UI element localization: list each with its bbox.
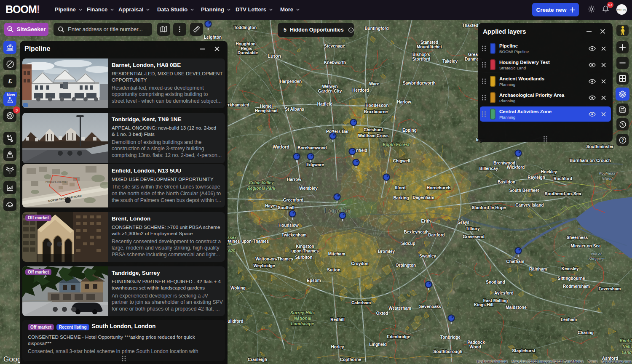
svg-text:Swanley: Swanley bbox=[419, 254, 436, 258]
svg-text:Southend-on-Sea: Southend-on-Sea bbox=[545, 191, 581, 196]
svg-text:Bishop's: Bishop's bbox=[412, 52, 430, 57]
svg-text:Lands: Lands bbox=[621, 350, 632, 355]
svg-text:Horley: Horley bbox=[331, 345, 344, 349]
svg-text:Wickford: Wickford bbox=[507, 165, 525, 170]
svg-text:Stortford: Stortford bbox=[412, 57, 431, 61]
svg-text:Wembley: Wembley bbox=[299, 186, 318, 191]
svg-text:Luton: Luton bbox=[268, 53, 281, 58]
svg-text:Southminster: Southminster bbox=[586, 144, 614, 149]
svg-text:Tonbridge: Tonbridge bbox=[440, 335, 461, 340]
svg-text:Aylesford: Aylesford bbox=[494, 291, 514, 295]
svg-text:Chatham: Chatham bbox=[506, 259, 525, 264]
svg-text:Redhill: Redhill bbox=[330, 317, 345, 322]
svg-text:Epping: Epping bbox=[402, 128, 417, 133]
svg-text:Hornchurch: Hornchurch bbox=[427, 186, 451, 190]
svg-text:Minster on Sea: Minster on Sea bbox=[570, 244, 601, 248]
svg-text:Harrow: Harrow bbox=[287, 177, 302, 182]
svg-text:Sawbridgeworth: Sawbridgeworth bbox=[403, 81, 436, 85]
svg-text:Hertford: Hertford bbox=[352, 88, 369, 93]
svg-text:Rochford: Rochford bbox=[554, 176, 572, 181]
svg-text:Ware: Ware bbox=[369, 82, 380, 86]
svg-text:St Albans: St Albans bbox=[285, 107, 304, 112]
svg-text:Lenham: Lenham bbox=[561, 317, 577, 322]
svg-text:Kent D: Kent D bbox=[620, 338, 632, 343]
svg-text:Wood: Wood bbox=[469, 345, 481, 349]
svg-text:Croydon: Croydon bbox=[351, 261, 368, 266]
svg-text:Tilbury: Tilbury bbox=[466, 226, 480, 231]
svg-text:Hoddesdon: Hoddesdon bbox=[366, 103, 389, 108]
svg-text:Sevenoaks: Sevenoaks bbox=[419, 304, 442, 309]
svg-text:Rayleigh: Rayleigh bbox=[528, 175, 545, 180]
svg-text:Woking: Woking bbox=[230, 286, 246, 290]
svg-text:Great: Great bbox=[468, 52, 479, 57]
svg-text:Bromley: Bromley bbox=[378, 249, 395, 254]
svg-text:Isle of: Isle of bbox=[591, 252, 602, 256]
svg-text:Watford: Watford bbox=[273, 144, 289, 149]
svg-text:upon Thames: upon Thames bbox=[291, 249, 319, 253]
svg-text:Takeley: Takeley bbox=[442, 59, 458, 64]
svg-text:Island: Island bbox=[602, 176, 613, 181]
svg-text:Surrey Hills: Surrey Hills bbox=[290, 310, 315, 315]
svg-text:Welwyn: Welwyn bbox=[322, 84, 337, 89]
svg-text:Greenford: Greenford bbox=[283, 198, 303, 202]
svg-text:Buntingford: Buntingford bbox=[364, 26, 388, 31]
svg-text:Snodland: Snodland bbox=[486, 280, 505, 284]
svg-text:Mitcham: Mitcham bbox=[328, 252, 345, 256]
svg-text:South Benfleet: South Benfleet bbox=[509, 188, 539, 193]
svg-text:Surbiton: Surbiton bbox=[295, 255, 312, 260]
svg-text:Waltham Cross: Waltham Cross bbox=[358, 133, 389, 138]
svg-text:Westerham: Westerham bbox=[388, 306, 411, 311]
svg-text:Southall: Southall bbox=[278, 205, 295, 210]
svg-text:Hempstead: Hempstead bbox=[255, 109, 278, 113]
svg-text:Epsom: Epsom bbox=[307, 278, 321, 283]
svg-text:Kings Hill: Kings Hill bbox=[474, 303, 493, 307]
svg-text:Edenbridge: Edenbridge bbox=[387, 335, 410, 339]
svg-text:Orpington: Orpington bbox=[396, 263, 416, 268]
svg-text:Kingston: Kingston bbox=[296, 244, 314, 249]
svg-text:Kemsley: Kemsley bbox=[561, 266, 579, 271]
svg-text:Colne Valley: Colne Valley bbox=[249, 181, 274, 185]
svg-text:Rodmersham: Rodmersham bbox=[563, 284, 590, 289]
svg-text:Walton-on-Thames: Walton-on-Thames bbox=[255, 257, 293, 261]
svg-text:Grays: Grays bbox=[458, 220, 470, 225]
svg-text:Sittingbourne: Sittingbourne bbox=[558, 276, 585, 281]
svg-text:Ilford: Ilford bbox=[395, 186, 406, 190]
svg-text:Leighton: Leighton bbox=[204, 35, 222, 40]
svg-text:London: London bbox=[324, 207, 351, 214]
svg-text:Borehamwood: Borehamwood bbox=[297, 146, 327, 150]
svg-text:National: National bbox=[294, 316, 312, 321]
svg-text:ns: ns bbox=[227, 242, 232, 246]
svg-text:Southborough: Southborough bbox=[434, 349, 463, 354]
svg-text:£: £ bbox=[8, 77, 12, 85]
svg-text:Oxted: Oxted bbox=[376, 311, 388, 316]
svg-text:Hatfield: Hatfield bbox=[317, 102, 333, 106]
svg-text:Cranleigh: Cranleigh bbox=[248, 357, 267, 362]
svg-text:Harpenden: Harpenden bbox=[280, 79, 302, 84]
svg-text:Sheppey: Sheppey bbox=[588, 256, 605, 261]
svg-text:Mountfitchet: Mountfitchet bbox=[417, 45, 442, 49]
svg-text:Sidcup: Sidcup bbox=[401, 241, 415, 246]
svg-text:Maidstone: Maidstone bbox=[506, 305, 527, 310]
svg-text:Sheerness: Sheerness bbox=[567, 235, 588, 240]
svg-text:Copthorne: Copthorne bbox=[340, 357, 362, 362]
svg-text:Lingfield: Lingfield bbox=[369, 342, 387, 347]
svg-text:Gravesend: Gravesend bbox=[463, 234, 485, 239]
svg-text:Natio: Natio bbox=[623, 344, 632, 349]
svg-text:Stanford-le-Hope: Stanford-le-Hope bbox=[471, 205, 506, 210]
svg-text:Rainham: Rainham bbox=[529, 267, 547, 271]
svg-text:Garden City: Garden City bbox=[318, 89, 342, 93]
svg-text:Erith: Erith bbox=[421, 219, 431, 223]
svg-text:Barking: Barking bbox=[393, 196, 409, 200]
svg-text:Houghton: Houghton bbox=[236, 42, 255, 46]
svg-text:Billericay: Billericay bbox=[479, 166, 498, 171]
svg-text:Canvey Island: Canvey Island bbox=[515, 203, 544, 207]
svg-text:?: ? bbox=[621, 138, 624, 142]
svg-text:Cheshunt: Cheshunt bbox=[364, 128, 383, 132]
svg-text:Faversham: Faversham bbox=[599, 287, 621, 291]
svg-text:Bexleyheath: Bexleyheath bbox=[404, 230, 429, 234]
svg-text:Regional Park: Regional Park bbox=[247, 186, 276, 191]
svg-text:Toddington: Toddington bbox=[234, 25, 257, 30]
svg-text:Staplehurst: Staplehurst bbox=[512, 348, 536, 353]
svg-text:Charing: Charing bbox=[578, 330, 594, 335]
svg-text:Thaxted: Thaxted bbox=[462, 23, 478, 28]
